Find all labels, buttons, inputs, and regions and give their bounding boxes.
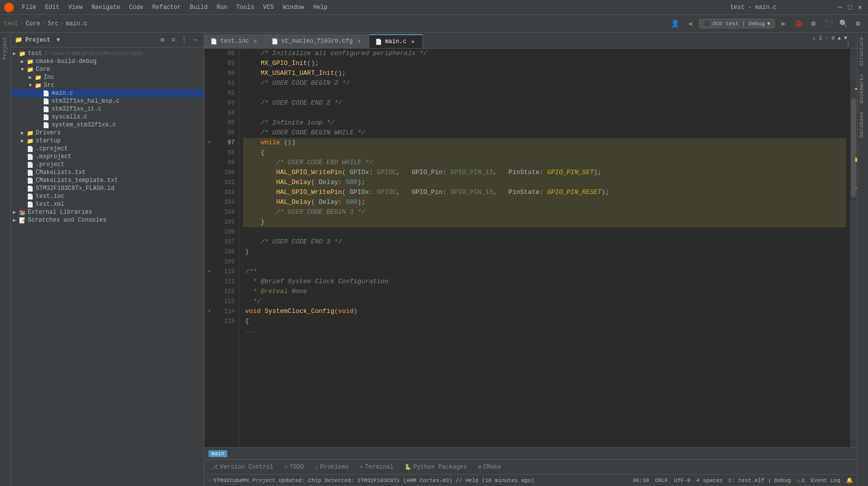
tab-nucleo-cfg[interactable]: 📄 st_nucleo_f103rb.cfg ✕ <box>266 34 369 48</box>
breadcrumb-core[interactable]: Core <box>26 20 40 27</box>
run-button[interactable]: ▶ <box>778 18 790 30</box>
tree-item-test-xml[interactable]: 📄 test.xml <box>11 200 204 208</box>
menu-view[interactable]: View <box>65 3 87 12</box>
nav-up-icon[interactable]: ▲ <box>838 35 841 41</box>
status-encoding[interactable]: UTF-8 <box>674 477 690 484</box>
status-position[interactable]: 96:30 <box>633 477 649 484</box>
tree-item-hal-msp[interactable]: 📄 stm32f1xx_hal_msp.c <box>11 97 204 105</box>
project-tab[interactable]: Project <box>0 33 11 63</box>
event-log-button[interactable]: Event Log <box>811 477 840 484</box>
project-panel-header: 📁 Project ▼ ⚙ ≡ ⋮ ─ <box>11 33 204 48</box>
maximize-button[interactable]: □ <box>846 3 854 11</box>
window-title: test - main.c <box>730 4 777 11</box>
tree-item-startup[interactable]: ▶ 📁 startup <box>11 137 204 145</box>
tab-test-ioc-label: test.ioc <box>220 38 249 45</box>
close-button[interactable]: ✕ <box>856 3 864 11</box>
project-panel: 📁 Project ▼ ⚙ ≡ ⋮ ─ ▶ 📁 test C:\Users\86… <box>11 33 204 486</box>
scroll-thumb[interactable] <box>851 98 856 197</box>
tab-terminal[interactable]: > Terminal <box>355 462 399 473</box>
back-button[interactable]: ◀ <box>684 18 696 30</box>
breadcrumb-src[interactable]: Src <box>48 20 59 27</box>
tree-item-mxproject[interactable]: 📄 .mxproject <box>11 153 204 161</box>
menu-run[interactable]: Run <box>212 3 231 12</box>
menu-vcs[interactable]: VCS <box>259 3 278 12</box>
tab-python-packages[interactable]: 🐍 Python Packages <box>400 462 472 473</box>
tree-item-cmakelists-template[interactable]: 📄 CMakeLists_template.txt <box>11 177 204 184</box>
tree-item-external-libraries[interactable]: ▶ 📚 External Libraries <box>11 208 204 216</box>
tree-item-it[interactable]: 📄 stm32f1xx_it.c <box>11 105 204 113</box>
nav-down-icon[interactable]: ▼ <box>844 35 847 41</box>
gutter-110: ▼ <box>204 267 214 277</box>
menu-navigate[interactable]: Navigate <box>87 3 124 12</box>
run-config-selector[interactable]: ⬛ OCD test | Debug ▼ <box>699 19 775 28</box>
menu-window[interactable]: Window <box>279 3 308 12</box>
menu-code[interactable]: Code <box>125 3 147 12</box>
gutter-109 <box>204 257 214 267</box>
tree-item-syscalls[interactable]: 📄 syscalls.c <box>11 113 204 121</box>
menu-refactor[interactable]: Refactor <box>148 3 185 12</box>
scrollbar-track[interactable] <box>850 49 857 447</box>
code-content[interactable]: /* Initialize all configured peripherals… <box>239 49 850 447</box>
status-line-ending[interactable]: CRLF <box>655 477 668 484</box>
tree-item-project[interactable]: 📄 .project <box>11 161 204 169</box>
code-line-89: MX_GPIO_Init(); <box>243 59 846 68</box>
tab-problems[interactable]: ⚠ Problems <box>310 462 353 473</box>
menu-build[interactable]: Build <box>186 3 211 12</box>
fold-114[interactable]: ▼ <box>208 309 210 314</box>
tree-item-inc[interactable]: ▶ 📁 Inc <box>11 73 204 81</box>
fold-97[interactable]: ▼ <box>208 140 210 145</box>
tab-version-control[interactable]: ⎇ Version Control <box>206 462 278 473</box>
panel-collapse-icon[interactable]: ≡ <box>168 35 178 45</box>
menu-file[interactable]: File <box>18 3 40 12</box>
tree-item-src[interactable]: ▼ 📁 Src <box>11 81 204 89</box>
tree-item-test-ioc[interactable]: 📄 test.ioc <box>11 192 204 200</box>
warnings-errors-bar: ⚠ 2 ✓ 9 ▲ ▼ <box>809 34 850 42</box>
status-indentation[interactable]: 4 spaces <box>696 477 723 484</box>
tree-item-cproject[interactable]: 📄 .cproject <box>11 145 204 153</box>
tab-todo[interactable]: ☑ TODO <box>279 462 309 473</box>
tree-item-cmake-build[interactable]: ▶ 📁 cmake-build-debug <box>11 58 204 65</box>
gutter-89 <box>204 59 214 68</box>
tree-item-scratches[interactable]: ▶ 📝 Scratches and Consoles <box>11 216 204 224</box>
tree-item-system[interactable]: 📄 system_stm32f1xx.c <box>11 121 204 129</box>
tab-nucleo-cfg-close[interactable]: ✕ <box>356 38 363 45</box>
tab-cmake[interactable]: ⚙ CMake <box>473 462 506 473</box>
search-button[interactable]: 🔍 <box>837 18 849 30</box>
tree-item-main-c[interactable]: 📄 main.c <box>11 89 204 97</box>
panel-settings-icon[interactable]: ⋮ <box>179 35 189 45</box>
profile-button[interactable]: 👤 <box>669 18 681 30</box>
gutter-108 <box>204 247 214 257</box>
stop-button[interactable]: ⬛ <box>822 18 834 30</box>
database-tab[interactable]: Database <box>858 108 868 142</box>
tab-test-ioc-close[interactable]: ✕ <box>252 38 259 45</box>
tab-main-c[interactable]: 📄 main.c ✕ <box>369 34 423 48</box>
panel-close-icon[interactable]: ─ <box>190 35 200 45</box>
tab-terminal-label: Terminal <box>365 464 394 471</box>
fold-gutter: ▼ ▼ ▼ <box>204 49 214 447</box>
breadcrumb-test[interactable]: test <box>4 20 18 27</box>
bookmarks-tab[interactable]: Bookmarks <box>858 70 868 107</box>
fold-110[interactable]: ▼ <box>208 269 210 274</box>
tree-item-cmakelists[interactable]: 📄 CMakeLists.txt <box>11 169 204 177</box>
tab-main-c-close[interactable]: ✕ <box>409 38 416 45</box>
code-editor[interactable]: ▼ ▼ ▼ <box>204 49 857 447</box>
menu-edit[interactable]: Edit <box>41 3 64 12</box>
project-panel-dropdown[interactable]: ▼ <box>53 35 63 45</box>
breadcrumb-file[interactable]: main.c <box>66 20 87 27</box>
debug-button[interactable]: 🐞 <box>793 18 804 30</box>
tree-item-test[interactable]: ▶ 📁 test C:\Users\86130\CLionProjects\te… <box>11 50 204 58</box>
menu-help[interactable]: Help <box>309 3 332 12</box>
settings-button[interactable]: ⚙ <box>852 18 864 30</box>
structure-tab[interactable]: Structure <box>858 33 868 70</box>
notifications-icon[interactable]: 🔔 <box>846 477 853 484</box>
panel-gear-icon[interactable]: ⚙ <box>157 35 167 45</box>
tab-test-ioc[interactable]: 📄 test.ioc ✕ <box>204 34 266 48</box>
menu-tools[interactable]: Tools <box>232 3 258 12</box>
coverage-button[interactable]: ⚙ <box>807 18 819 30</box>
tree-item-drivers[interactable]: ▶ 📁 Drivers <box>11 129 204 137</box>
tree-item-core[interactable]: ▼ 📁 Core <box>11 65 204 73</box>
gutter-104 <box>204 207 214 217</box>
tree-item-flash-ld[interactable]: 📄 STM32F103C8Tx_FLASH.ld <box>11 184 204 192</box>
minimize-button[interactable]: ─ <box>836 3 844 11</box>
function-badge: main <box>208 450 227 457</box>
